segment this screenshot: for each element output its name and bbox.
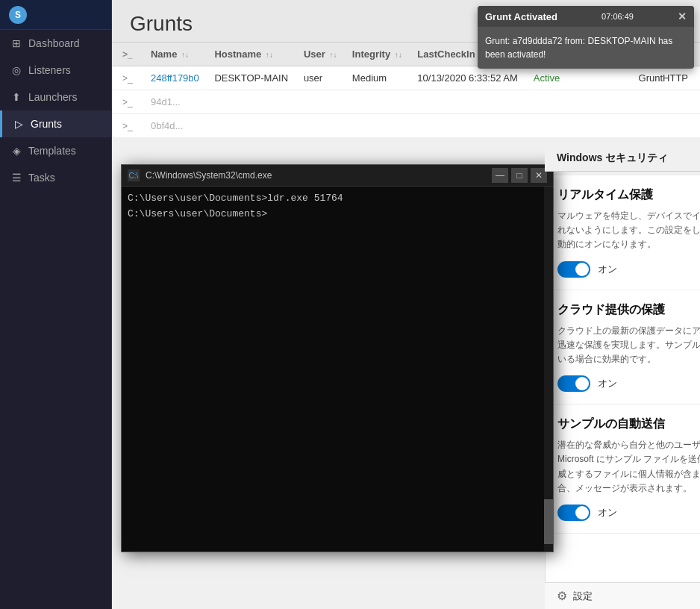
- row-integrity: [345, 90, 410, 114]
- row-integrity: [345, 114, 410, 138]
- win-security-header-label: Windows セキュリティ: [557, 152, 668, 163]
- cmd-content-area: C:\Users\user\Documents>ldr.exe 51764C:\…: [122, 187, 553, 552]
- row-integrity: Medium: [345, 66, 410, 90]
- toggle-label-0: オン: [598, 263, 617, 276]
- toggle-row-2: オン: [557, 505, 700, 521]
- sidebar-label-grunts: Grunts: [31, 118, 62, 130]
- row-hostname: DESKTOP-MAIN: [207, 66, 296, 90]
- sidebar-item-templates[interactable]: ◈ Templates: [0, 137, 111, 164]
- toggle-row-1: オン: [557, 375, 700, 392]
- cmd-controls: — □ ✕: [492, 168, 547, 183]
- table-row[interactable]: >_ 0bf4d...: [112, 114, 700, 138]
- sidebar-label-dashboard: Dashboard: [28, 37, 80, 49]
- cmd-line: C:\Users\user\Documents>: [128, 207, 538, 222]
- security-section-title-1: クラウド提供の保護: [557, 302, 700, 318]
- settings-bar: ⚙ 設定: [545, 582, 700, 609]
- sidebar-item-tasks[interactable]: ☰ Tasks: [0, 164, 111, 191]
- templates-icon: ◈: [10, 145, 22, 157]
- sidebar-item-listeners[interactable]: ◎ Listeners: [0, 57, 111, 84]
- row-status: [526, 114, 583, 138]
- launchers-icon: ⬆: [10, 91, 22, 103]
- win-security-panel: リアルタイム保護 マルウェアを特定し、デバイスでインストールまたは実行されないよ…: [545, 175, 700, 609]
- security-section-title-0: リアルタイム保護: [557, 187, 700, 203]
- security-section-desc-1: クラウド上の最新の保護データにアクセスして、より強固で迅速な保護を実現します。サ…: [557, 324, 700, 367]
- win-security-header-bar: Windows セキュリティ: [545, 146, 700, 172]
- row-user: [296, 90, 345, 114]
- cmd-window: C:\ C:\Windows\System32\cmd.exe — □ ✕ C:…: [121, 164, 554, 552]
- row-hostname: [207, 114, 296, 138]
- notification-header: Grunt Activated 07:06:49 ✕: [478, 6, 694, 27]
- row-user: user: [296, 66, 345, 90]
- tasks-icon: ☰: [10, 172, 22, 184]
- row-lastcheckin: [410, 90, 525, 114]
- toggle-switch-1[interactable]: [557, 375, 590, 392]
- notification-body: Grunt: a7d9ddda72 from: DESKTOP-MAIN has…: [478, 27, 694, 69]
- sidebar-label-tasks: Tasks: [28, 172, 55, 184]
- row-status: [526, 90, 583, 114]
- grunts-icon: ▷: [13, 118, 25, 130]
- col-user[interactable]: User ↑↓: [296, 43, 345, 66]
- table-row[interactable]: >_ 94d1...: [112, 90, 700, 114]
- row-note: [583, 114, 631, 138]
- security-section-desc-0: マルウェアを特定し、デバイスでインストールまたは実行されないようにします。この設…: [557, 209, 700, 252]
- toggle-label-2: オン: [598, 506, 617, 519]
- sidebar-label-listeners: Listeners: [28, 64, 71, 76]
- row-arrow: >_: [112, 66, 143, 90]
- notification-message: Grunt: a7d9ddda72 from: DESKTOP-MAIN has…: [485, 36, 672, 60]
- cmd-icon: C:\: [128, 169, 140, 181]
- notification-close-button[interactable]: ✕: [678, 10, 687, 22]
- sidebar-label-launchers: Launchers: [28, 91, 77, 103]
- row-hostname: [207, 90, 296, 114]
- row-name[interactable]: 248ff179b0: [143, 66, 207, 90]
- listeners-icon: ◎: [10, 64, 22, 76]
- row-arrow: >_: [112, 114, 143, 138]
- cmd-title: C:\Windows\System32\cmd.exe: [146, 170, 486, 181]
- col-hostname[interactable]: Hostname ↑↓: [207, 43, 296, 66]
- notification-time: 07:06:49: [601, 12, 634, 21]
- grunts-tbody: >_ 248ff179b0 DESKTOP-MAIN user Medium 1…: [112, 66, 700, 138]
- row-template: GruntHTTP: [631, 66, 700, 90]
- row-note: [583, 90, 631, 114]
- notification-title: Grunt Activated: [485, 11, 557, 22]
- col-name[interactable]: Name ↑↓: [143, 43, 207, 66]
- cmd-maximize-button[interactable]: □: [511, 168, 528, 183]
- col-arrow: >_: [112, 43, 143, 66]
- cmd-scrollbar[interactable]: [544, 187, 553, 552]
- gear-icon: ⚙: [557, 589, 567, 603]
- row-status: Active: [526, 66, 583, 90]
- row-name[interactable]: 94d1...: [143, 90, 207, 114]
- settings-label: 設定: [573, 590, 593, 603]
- cmd-titlebar: C:\ C:\Windows\System32\cmd.exe — □ ✕: [122, 165, 553, 187]
- row-template: [631, 114, 700, 138]
- sidebar-item-dashboard[interactable]: ⊞ Dashboard: [0, 30, 111, 57]
- row-name[interactable]: 0bf4d...: [143, 114, 207, 138]
- sidebar-logo: S: [0, 0, 111, 30]
- dashboard-icon: ⊞: [10, 37, 22, 49]
- toggle-label-1: オン: [598, 377, 617, 390]
- row-lastcheckin: [410, 114, 525, 138]
- sidebar-item-launchers[interactable]: ⬆ Launchers: [0, 84, 111, 110]
- col-integrity[interactable]: Integrity ↑↓: [345, 43, 410, 66]
- main-content: Grunts >_ Name ↑↓ Hostname ↑↓ User ↑↓ In…: [112, 0, 700, 609]
- security-section-title-2: サンプルの自動送信: [557, 416, 700, 432]
- security-section-desc-2: 潜在的な脅威から自分と他のユーザーを保護するために、Microsoft にサンプ…: [557, 438, 700, 496]
- sidebar-nav: ⊞ Dashboard ◎ Listeners ⬆ Launchers ▷ Gr…: [0, 30, 111, 191]
- table-row[interactable]: >_ 248ff179b0 DESKTOP-MAIN user Medium 1…: [112, 66, 700, 90]
- sidebar: S ⊞ Dashboard ◎ Listeners ⬆ Launchers ▷ …: [0, 0, 112, 609]
- security-section-0: リアルタイム保護 マルウェアを特定し、デバイスでインストールまたは実行されないよ…: [546, 175, 700, 290]
- notification-popup: Grunt Activated 07:06:49 ✕ Grunt: a7d9dd…: [478, 6, 694, 69]
- cmd-terminal[interactable]: C:\Users\user\Documents>ldr.exe 51764C:\…: [122, 187, 544, 552]
- cmd-line: C:\Users\user\Documents>ldr.exe 51764: [128, 191, 538, 207]
- logo-icon: S: [9, 6, 27, 24]
- security-section-2: サンプルの自動送信 潜在的な脅威から自分と他のユーザーを保護するために、Micr…: [546, 405, 700, 534]
- row-lastcheckin: 10/13/2020 6:33:52 AM: [410, 66, 525, 90]
- toggle-switch-2[interactable]: [557, 505, 590, 521]
- row-note: [583, 66, 631, 90]
- toggle-row-0: オン: [557, 261, 700, 278]
- row-arrow: >_: [112, 90, 143, 114]
- cmd-minimize-button[interactable]: —: [492, 168, 508, 183]
- cmd-scrollbar-thumb: [544, 499, 553, 544]
- sidebar-label-templates: Templates: [28, 145, 76, 157]
- sidebar-item-grunts[interactable]: ▷ Grunts: [0, 110, 111, 137]
- toggle-switch-0[interactable]: [557, 261, 590, 278]
